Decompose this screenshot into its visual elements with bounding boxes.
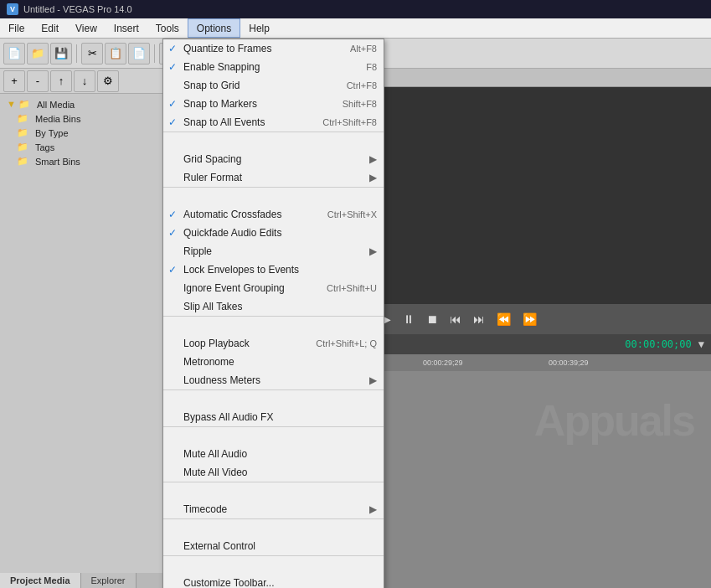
stop-button[interactable]: ⏹ [423, 311, 441, 328]
check-quantize-frames: ✓ [168, 43, 177, 54]
menu-help[interactable]: Help [240, 18, 278, 38]
tab-project-media[interactable]: Project Media [0, 573, 81, 588]
menu-loudness-meters[interactable]: Loudness Meters ▶ [163, 371, 384, 389]
menu-edit[interactable]: Edit [33, 18, 67, 38]
check-snap-to-all-events: ✓ [168, 116, 177, 128]
menu-customize-toolbar[interactable]: Customize Toolbar... [163, 574, 384, 588]
menu-metronome[interactable]: Metronome [163, 353, 384, 371]
check-snap-to-markers: ✓ [168, 98, 177, 110]
fastforward-button[interactable]: ⏩ [519, 311, 540, 328]
label-snap-to-markers: Snap to Markers [183, 98, 257, 110]
shortcut-quantize-frames: Alt+F8 [350, 44, 377, 54]
options-dropdown: ✓ Quantize to Frames Alt+F8 ✓ Enable Sna… [162, 39, 384, 588]
folder-icon-smart-bins: 📁 [17, 156, 28, 167]
left-tb-btn-1[interactable]: + [3, 70, 25, 92]
tree-label-media-bins: Media Bins [35, 114, 80, 124]
menu-slip-all-takes[interactable]: Slip All Takes [163, 297, 384, 316]
arrow-ruler-format: ▶ [369, 172, 377, 183]
label-timecode: Timecode [183, 503, 227, 515]
tree-media-bins[interactable]: 📁 Media Bins [3, 111, 159, 126]
shortcut-snap-to-all-events: Ctrl+Shift+F8 [322, 117, 377, 127]
folder-icon-media-bins: 📁 [17, 113, 28, 124]
menu-sep-7 [163, 518, 384, 537]
rewind-button[interactable]: ⏪ [493, 311, 514, 328]
label-enable-snapping: Enable Snapping [183, 61, 260, 73]
open-button[interactable]: 📁 [27, 43, 49, 64]
shortcut-snap-to-grid: Ctrl+F8 [347, 80, 377, 90]
menu-snap-to-markers[interactable]: ✓ Snap to Markers Shift+F8 [163, 95, 384, 113]
tree-all-media[interactable]: ▼ 📁 All Media [3, 97, 159, 111]
menu-loop-playback[interactable]: Loop Playback Ctrl+Shift+L; Q [163, 334, 384, 353]
shortcut-enable-snapping: F8 [366, 62, 377, 72]
paste-button[interactable]: 📄 [128, 43, 150, 64]
menu-ripple[interactable]: Ripple ▶ [163, 242, 384, 260]
label-loudness-meters: Loudness Meters [183, 374, 260, 386]
menu-sep-8 [163, 555, 384, 574]
menu-external-control[interactable]: External Control [163, 537, 384, 555]
menu-tools[interactable]: Tools [147, 18, 188, 38]
next-button[interactable]: ⏭ [470, 311, 488, 328]
check-enable-snapping: ✓ [168, 61, 177, 73]
cut-button[interactable]: ✂ [81, 43, 103, 64]
tree-label-tags: Tags [35, 142, 54, 152]
label-metronome: Metronome [183, 356, 234, 368]
menu-mute-all-audio[interactable]: Mute All Audio [163, 445, 384, 463]
label-mute-all-video: Mute All Video [183, 467, 248, 478]
arrow-timecode: ▶ [369, 503, 377, 515]
menu-options[interactable]: Options [188, 18, 240, 38]
menu-file[interactable]: File [0, 18, 33, 38]
timecode-display: 00:00:00;00 [625, 338, 691, 350]
menu-automatic-crossfades[interactable]: ✓ Automatic Crossfades Ctrl+Shift+X [163, 205, 384, 224]
menu-enable-snapping[interactable]: ✓ Enable Snapping F8 [163, 58, 384, 76]
menu-bypass-audio-fx[interactable]: Bypass All Audio FX [163, 408, 384, 426]
left-panel: + - ↑ ↓ ⚙ ▼ 📁 All Media 📁 Media Bins 📁 B… [0, 69, 163, 588]
copy-button[interactable]: 📋 [105, 43, 126, 64]
menu-insert[interactable]: Insert [106, 18, 147, 38]
menu-snap-to-all-events[interactable]: ✓ Snap to All Events Ctrl+Shift+F8 [163, 113, 384, 132]
check-lock-envelopes: ✓ [168, 264, 177, 276]
save-button[interactable]: 💾 [50, 43, 72, 64]
toolbar-separator-2 [154, 44, 155, 63]
title-bar: V Untitled - VEGAS Pro 14.0 [0, 0, 711, 18]
menu-sep-4 [163, 389, 384, 408]
label-snap-to-grid: Snap to Grid [183, 80, 240, 91]
label-grid-spacing: Grid Spacing [183, 153, 241, 165]
check-quickfade-audio: ✓ [168, 227, 177, 239]
label-bypass-audio-fx: Bypass All Audio FX [183, 411, 273, 423]
tree-by-type[interactable]: 📁 By Type [3, 126, 159, 140]
left-tb-btn-4[interactable]: ↓ [74, 70, 95, 92]
menu-timecode[interactable]: Timecode ▶ [163, 500, 384, 518]
menu-snap-to-grid[interactable]: Snap to Grid Ctrl+F8 [163, 76, 384, 95]
label-mute-all-audio: Mute All Audio [183, 448, 247, 460]
tree-smart-bins[interactable]: 📁 Smart Bins [3, 154, 159, 168]
new-button[interactable]: 📄 [3, 43, 25, 64]
tree-tags[interactable]: 📁 Tags [3, 140, 159, 154]
tab-explorer[interactable]: Explorer [81, 573, 137, 588]
menu-view[interactable]: View [67, 18, 106, 38]
folder-icon-by-type: 📁 [17, 127, 28, 138]
menu-grid-spacing[interactable]: Grid Spacing ▶ [163, 150, 384, 168]
menu-quantize-frames[interactable]: ✓ Quantize to Frames Alt+F8 [163, 39, 384, 58]
left-tb-btn-2[interactable]: - [27, 70, 49, 92]
menu-lock-envelopes[interactable]: ✓ Lock Envelopes to Events [163, 260, 384, 279]
menu-ruler-format[interactable]: Ruler Format ▶ [163, 168, 384, 187]
prev-button[interactable]: ⏮ [446, 311, 465, 328]
label-automatic-crossfades: Automatic Crossfades [183, 209, 281, 220]
left-tb-btn-3[interactable]: ↑ [50, 70, 72, 92]
menu-mute-all-video[interactable]: Mute All Video [163, 463, 384, 482]
arrow-loudness-meters: ▶ [369, 374, 377, 386]
label-quickfade-audio: Quickfade Audio Edits [183, 227, 281, 239]
ruler-mark-2: 00:00:29;29 [423, 358, 463, 367]
menu-ignore-event-grouping[interactable]: Ignore Event Grouping Ctrl+Shift+U [163, 279, 384, 297]
pause-button[interactable]: ⏸ [399, 311, 418, 328]
left-tb-btn-5[interactable]: ⚙ [97, 70, 119, 92]
tree-label-all-media: All Media [37, 100, 75, 110]
timecode-icon: ▼ [698, 338, 704, 350]
menu-quickfade-audio[interactable]: ✓ Quickfade Audio Edits [163, 224, 384, 242]
shortcut-ignore-event-grouping: Ctrl+Shift+U [327, 283, 377, 293]
project-tabs: Project Media Explorer [0, 573, 162, 588]
tree-label-smart-bins: Smart Bins [35, 157, 80, 167]
menu-sep-2 [163, 187, 384, 205]
secondary-toolbar: + - ↑ ↓ ⚙ [0, 69, 162, 94]
ruler-mark-3: 00:00:39;29 [549, 358, 589, 367]
